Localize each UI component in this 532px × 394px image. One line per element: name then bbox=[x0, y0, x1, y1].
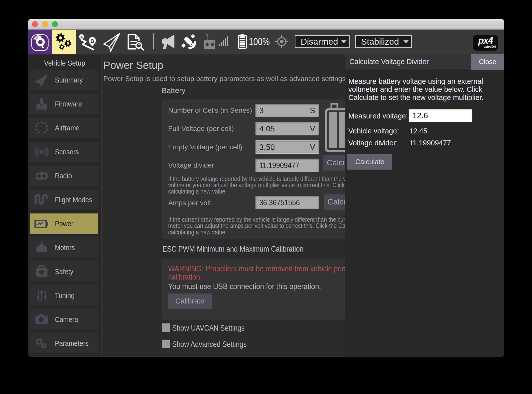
svg-text:A: A bbox=[80, 35, 83, 39]
svg-text:B: B bbox=[91, 38, 94, 44]
